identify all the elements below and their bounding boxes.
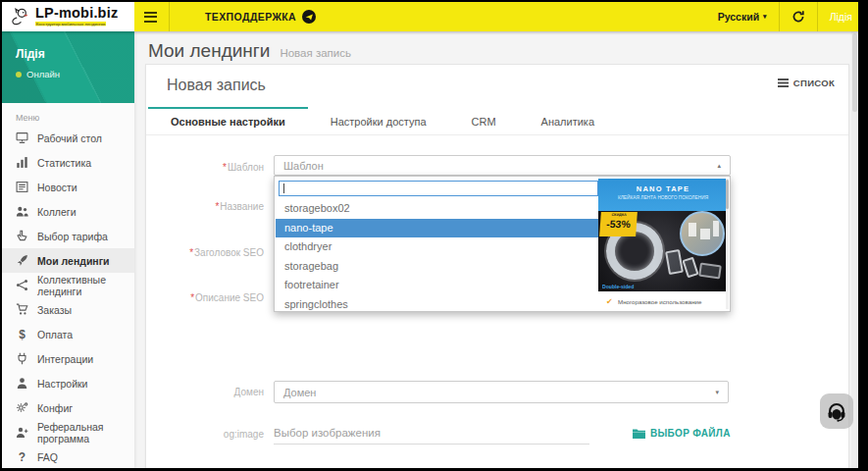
sidebar-item-label: Конфиг [37, 402, 73, 414]
sidebar-item-label: Мои лендинги [37, 255, 110, 267]
sidebar-item-label: Интеграции [37, 353, 93, 365]
list-button[interactable]: СПИСОК [778, 78, 835, 88]
dollar-icon: $ [16, 328, 28, 340]
domain-select[interactable]: Домен ▾ [274, 381, 729, 403]
rocket-icon [16, 254, 28, 267]
preview-product-image: СКИДКА -53% Double-sided [598, 211, 728, 291]
text-cursor [283, 183, 284, 193]
sidebar-item-dashboard[interactable]: Рабочий стол [2, 126, 134, 150]
sidebar-item-label: Коллеги [37, 206, 77, 218]
person-icon [16, 377, 28, 390]
support-chat-widget[interactable] [820, 393, 853, 429]
sidebar-item-label: Настройки [37, 378, 88, 390]
sidebar-item-payment[interactable]: $Оплата [2, 322, 134, 346]
dropdown-scrollbar [726, 179, 730, 309]
dropdown-option-springclothes[interactable]: springclothes [276, 295, 598, 311]
folder-icon [633, 428, 645, 439]
breadcrumb: Новая запись [280, 47, 351, 59]
preview-title: NANO TAPE [598, 184, 728, 193]
new-record-card: Новая запись СПИСОК Основные настройкиНа… [145, 64, 849, 468]
svg-text:$: $ [19, 328, 26, 340]
online-status-label: Онлайн [26, 69, 60, 79]
topbar-divider [817, 2, 818, 31]
hand-pointer-icon [16, 230, 28, 242]
sidebar-item-label: Оплата [37, 329, 73, 340]
headset-icon [826, 400, 847, 422]
sidebar-item-label: Новости [37, 182, 77, 193]
sidebar-item-label: Коллективные лендинги [37, 274, 134, 297]
sidebar-item-collective-landings[interactable]: Коллективные лендинги [2, 273, 134, 297]
label-template: *Шаблон [146, 163, 264, 173]
list-icon [778, 78, 789, 88]
label-domain: Домен [146, 388, 264, 397]
user-plus-icon [16, 426, 28, 439]
tab-настройки-доступа[interactable]: Настройки доступа [308, 107, 449, 134]
share-icon [16, 279, 28, 291]
sidebar-item-news[interactable]: Новости [2, 175, 134, 199]
sidebar-item-integrations[interactable]: Интеграции [2, 346, 134, 371]
sidebar-item-tariff[interactable]: Выбор тарифа [2, 224, 134, 248]
sidebar-item-referral[interactable]: Реферальная программа [2, 420, 134, 445]
check-icon: ✔ [606, 297, 613, 306]
dropdown-scrollbar-thumb[interactable] [726, 180, 730, 209]
dropdown-option-footretainer[interactable]: footretainer [276, 276, 598, 295]
sidebar-item-orders[interactable]: Заказы [2, 297, 134, 322]
refresh-icon[interactable] [791, 10, 805, 24]
tape-strip-graphic [682, 257, 698, 279]
preview-subtitle: КЛЕЙКАЯ ЛЕНТА НОВОГО ПОКОЛЕНИЯ [611, 195, 715, 200]
tab-strip: Основные настройкиНастройки доступаCRMАн… [146, 107, 848, 135]
dropdown-option-nano-tape[interactable]: nano-tape [276, 219, 598, 238]
sidebar-item-my-landings[interactable]: Мои лендинги [2, 248, 134, 273]
brand-logo[interactable]: LP-mobi.biz Конструктор мобильных лендин… [2, 2, 134, 31]
sidebar-item-faq[interactable]: ?FAQ [2, 445, 134, 468]
topbar: LP-mobi.biz Конструктор мобильных лендин… [2, 2, 858, 31]
preview-header: NANO TAPE КЛЕЙКАЯ ЛЕНТА НОВОГО ПОКОЛЕНИЯ [598, 179, 728, 211]
dropdown-option-clothdryer[interactable]: clothdryer [276, 237, 598, 257]
stats-icon [16, 156, 28, 169]
template-select[interactable]: Шаблон ▴ [274, 155, 731, 176]
sidebar: Лідія Онлайн Меню Рабочий столСтатистика… [2, 31, 134, 468]
choose-file-label: ВЫБОР ФАЙЛА [650, 428, 731, 439]
template-search-input[interactable] [279, 181, 598, 196]
telegram-icon [302, 10, 316, 24]
sidebar-user-name: Лідія [16, 47, 134, 61]
support-link[interactable]: ТЕХПОДДЕРЖКА [205, 10, 316, 24]
topbar-username[interactable]: Лідія [830, 11, 852, 23]
dropdown-option-storagebag[interactable]: storagebag [276, 257, 598, 277]
sidebar-item-statistics[interactable]: Статистика [2, 150, 134, 175]
sidebar-item-label: Статистика [37, 157, 91, 169]
sidebar-item-label: Реферальная программа [37, 421, 134, 445]
sidebar-item-colleagues[interactable]: Коллеги [2, 199, 134, 224]
dog-logo-icon [9, 6, 30, 27]
caret-down-icon: ▾ [715, 389, 719, 396]
chevron-down-icon: ▾ [763, 13, 767, 21]
tab-аналитика[interactable]: Аналитика [519, 107, 617, 134]
page-scrollbar-thumb[interactable] [852, 33, 857, 112]
preview-watermark: Double-sided [602, 285, 634, 289]
preview-feature-row: ✔ Многоразовое использование [598, 291, 728, 311]
app-window: LP-mobi.biz Конструктор мобильных лендин… [2, 2, 858, 468]
dropdown-option-storagebox02[interactable]: storagebox02 [276, 199, 598, 219]
hamburger-menu-icon[interactable] [144, 12, 157, 23]
label-seo-description: *Описание SEO [146, 293, 264, 303]
sidebar-item-config[interactable]: Конфиг [2, 395, 134, 420]
template-select-placeholder: Шаблон [283, 160, 324, 172]
page-header: Мои лендинги Новая запись [148, 40, 351, 62]
og-image-input[interactable] [274, 421, 589, 445]
sidebar-user-status: Онлайн [16, 69, 134, 79]
support-label: ТЕХПОДДЕРЖКА [205, 11, 296, 23]
gears-icon [16, 401, 28, 414]
language-selector[interactable]: Русский ▾ [718, 11, 767, 23]
sidebar-item-label: FAQ [37, 451, 58, 463]
sidebar-user-panel: Лідія Онлайн [2, 31, 134, 103]
tab-crm[interactable]: CRM [449, 107, 519, 134]
online-status-dot [16, 72, 22, 78]
brand-subtitle: Конструктор мобильных лендингов [35, 22, 106, 26]
choose-file-button[interactable]: ВЫБОР ФАЙЛА [633, 428, 731, 439]
discount-badge: СКИДКА -53% [599, 212, 638, 236]
caret-up-icon: ▴ [717, 162, 721, 170]
tab-основные-настройки[interactable]: Основные настройки [148, 107, 308, 134]
label-name: *Название [146, 202, 264, 212]
sidebar-item-settings[interactable]: Настройки [2, 371, 134, 395]
sidebar-menu: Рабочий столСтатистикаНовостиКоллегиВыбо… [2, 126, 134, 468]
